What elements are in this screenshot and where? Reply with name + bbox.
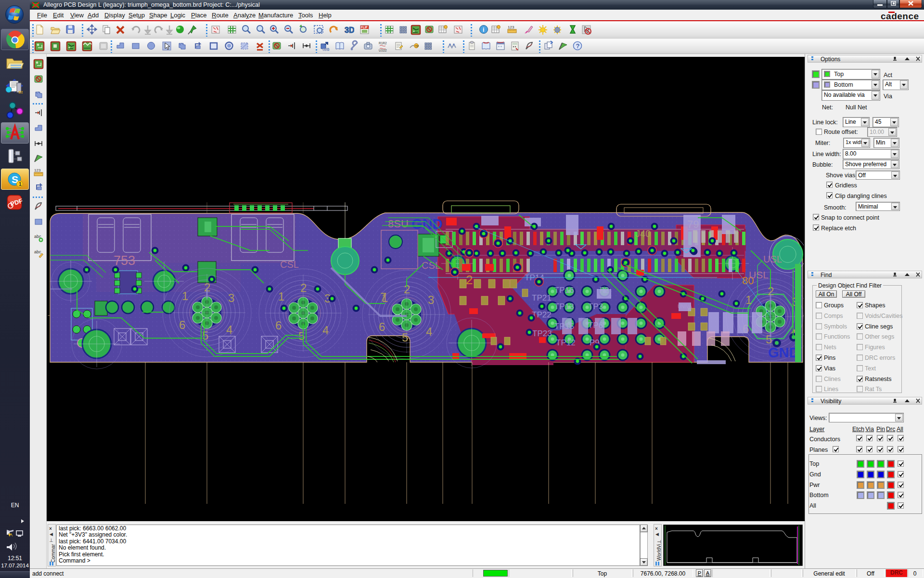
svg-text:TP13: TP13: [554, 302, 574, 311]
svg-text:2: 2: [300, 281, 307, 294]
svg-text:3: 3: [428, 293, 434, 306]
svg-text:4: 4: [322, 324, 329, 337]
svg-text:8SU: 8SU: [388, 218, 409, 230]
svg-text:i: i: [483, 26, 484, 33]
svg-text:ODB: ODB: [322, 48, 330, 51]
svg-text:1: 1: [19, 182, 22, 187]
svg-text:6: 6: [275, 319, 282, 332]
svg-text:1: 1: [278, 290, 284, 303]
svg-text:2: 2: [466, 273, 473, 287]
svg-text:CSL: CSL: [280, 259, 299, 270]
svg-text:U1U2: U1U2: [379, 49, 387, 52]
svg-text:5: 5: [402, 331, 408, 344]
svg-text:4: 4: [426, 325, 432, 338]
svg-text:123: 123: [508, 25, 514, 29]
svg-text:1: 1: [745, 293, 752, 306]
svg-text:GND: GND: [768, 345, 799, 360]
svg-text:TP21: TP21: [532, 293, 552, 302]
svg-text:6: 6: [379, 320, 385, 333]
svg-text:5: 5: [202, 329, 208, 342]
svg-text:J40: J40: [635, 228, 651, 239]
svg-text:4: 4: [226, 323, 232, 336]
svg-text:5: 5: [298, 329, 305, 342]
svg-text:6: 6: [179, 318, 185, 331]
svg-text:1: 1: [182, 289, 188, 302]
svg-text:123: 123: [34, 168, 41, 172]
svg-text:3: 3: [228, 291, 234, 304]
svg-text:FLIP: FLIP: [361, 26, 368, 29]
svg-text:TP3: TP3: [588, 302, 603, 311]
svg-text:TP23: TP23: [532, 329, 552, 338]
svg-text:TP12: TP12: [556, 338, 576, 347]
svg-text:7: 7: [380, 290, 386, 303]
svg-text:USL: USL: [763, 254, 782, 264]
svg-text:TP: TP: [415, 45, 419, 48]
svg-text:TP16: TP16: [554, 286, 574, 295]
svg-text:R1R2: R1R2: [379, 41, 387, 45]
svg-text:3D: 3D: [345, 26, 354, 34]
svg-text:?: ?: [576, 42, 580, 50]
svg-text:753: 753: [114, 253, 135, 268]
svg-text:USL: USL: [749, 269, 769, 280]
svg-text:abc: abc: [34, 250, 41, 254]
